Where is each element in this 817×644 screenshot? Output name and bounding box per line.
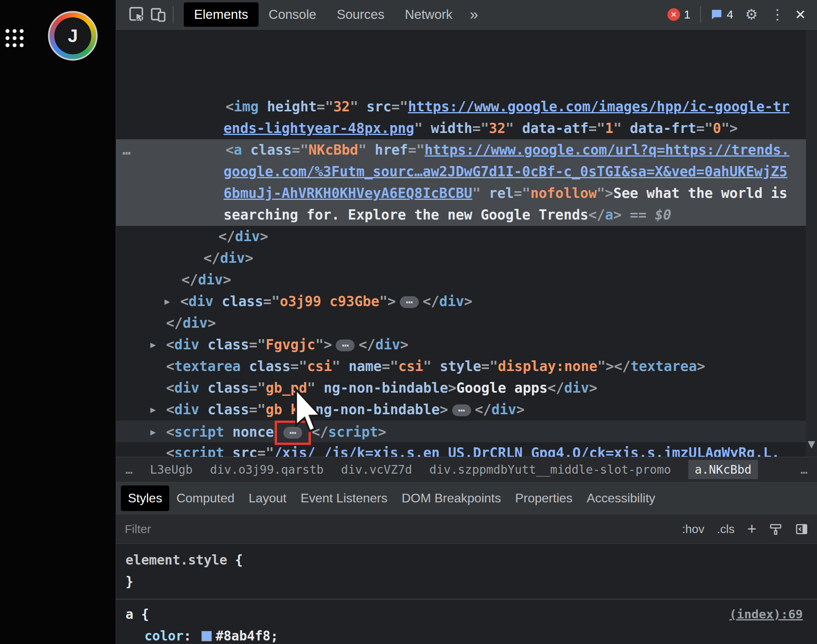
tab-properties[interactable]: Properties xyxy=(508,485,580,511)
code-token-p xyxy=(259,99,267,114)
code-token-val: Fgvgjc xyxy=(266,337,315,352)
dom-tree-line[interactable]: ends-lightyear-48px.png" width="32" data… xyxy=(116,118,817,139)
code-token-p: =" xyxy=(290,358,307,374)
dom-tree-line[interactable]: <div class="gb_pd" ng-non-bindable>Googl… xyxy=(116,377,817,399)
code-token-tag: textarea xyxy=(630,358,697,374)
close-devtools-icon[interactable]: ✕ xyxy=(791,7,812,22)
dom-tree-line[interactable]: <textarea class="csi" name="csi" style="… xyxy=(116,356,817,377)
tab-sources[interactable]: Sources xyxy=(327,2,395,27)
breadcrumb-item[interactable]: div.o3j99.qarstb xyxy=(210,463,323,476)
dom-tree-line[interactable]: <script src="/xjs/_/js/k=xjs.s.en_US.DrC… xyxy=(116,442,817,457)
expand-arrow-icon[interactable]: ▶ xyxy=(150,421,166,443)
code-token-p: </ xyxy=(588,207,605,223)
code-token-p: "></ xyxy=(597,358,630,374)
css-property-name[interactable]: color xyxy=(144,628,183,644)
dom-tree-line[interactable]: ▶<div class="o3j99 c93Gbe">⋯</div> xyxy=(116,291,817,312)
new-style-rule-button[interactable]: + xyxy=(747,520,756,538)
dom-tree-line[interactable]: <img height="32" src="https://www.google… xyxy=(116,96,817,118)
breadcrumb-item-active[interactable]: a.NKcBbd xyxy=(688,460,758,479)
more-tabs-button[interactable]: » xyxy=(463,6,485,23)
toggle-class-button[interactable]: .cls xyxy=(717,522,735,536)
breadcrumb-item[interactable]: … xyxy=(126,463,133,476)
account-avatar[interactable]: J xyxy=(48,11,98,61)
code-token-attr: ng-non-bindable xyxy=(323,380,448,396)
code-token-tag: div xyxy=(439,293,464,309)
breadcrumb-item[interactable]: L3eUgb xyxy=(150,463,192,476)
code-token-p: > xyxy=(400,337,408,352)
settings-gear-icon[interactable]: ⚙ xyxy=(739,6,764,23)
tab-layout[interactable]: Layout xyxy=(242,485,294,511)
dom-tree-line[interactable]: </div> xyxy=(116,269,817,291)
issues-badge[interactable]: 4 xyxy=(705,8,739,21)
css-property-value[interactable]: #8ab4f8 xyxy=(216,628,270,644)
dom-tree-line[interactable]: ▶<script nonce⋯</script> xyxy=(116,421,817,442)
code-token-p: =" xyxy=(514,185,530,201)
code-token-val: o3j99 c93Gbe xyxy=(280,293,379,309)
breadcrumb-item[interactable]: div.vcVZ7d xyxy=(341,463,412,476)
code-token-p: "> xyxy=(597,185,613,201)
code-token-attr: class xyxy=(207,380,249,396)
tab-network[interactable]: Network xyxy=(395,2,463,27)
dom-tree-line[interactable]: ▶<div class="gb k" ng-non-bindable>⋯</di… xyxy=(116,399,817,421)
gutter-ellipsis-icon: … xyxy=(122,139,131,161)
breadcrumb-overflow-icon[interactable]: … xyxy=(800,463,808,476)
dom-tree-line[interactable]: google.com/%3Futm_sourc…aw2JDwG7d1I-0cBf… xyxy=(116,161,817,183)
code-token-p: " xyxy=(414,120,431,136)
expand-arrow-icon[interactable]: ▶ xyxy=(165,291,180,312)
device-toolbar-toggle-button[interactable] xyxy=(148,4,169,25)
breadcrumb-item[interactable]: div.szppmdbYutt__middle-slot-promo xyxy=(429,463,671,476)
css-property-row[interactable]: color: #8ab4f8; xyxy=(116,625,817,644)
tab-styles[interactable]: Styles xyxy=(121,485,169,511)
toggle-hover-state-button[interactable]: :hov xyxy=(682,522,704,536)
tab-dom-breakpoints[interactable]: DOM Breakpoints xyxy=(394,485,508,511)
toolbar-right-cluster: ✕ 1 4 ⚙ ⋮ ✕ xyxy=(662,6,811,23)
code-token-attr: width xyxy=(431,120,472,136)
issues-count: 4 xyxy=(727,8,734,21)
tab-elements[interactable]: Elements xyxy=(184,2,259,27)
format-styles-icon[interactable] xyxy=(769,522,782,536)
inspect-element-button[interactable] xyxy=(126,4,148,25)
collapsed-content-icon[interactable]: ⋯ xyxy=(283,427,302,439)
google-apps-grid-icon[interactable] xyxy=(6,29,24,47)
collapsed-content-icon[interactable]: ⋯ xyxy=(452,404,471,416)
expand-arrow-icon[interactable]: ▶ xyxy=(150,399,166,421)
anchor-selector[interactable]: a xyxy=(126,607,133,622)
code-token-meta: == $0 xyxy=(621,207,671,223)
toggle-sidebar-icon[interactable] xyxy=(795,522,808,536)
avatar-letter: J xyxy=(54,17,91,54)
dom-tree-line[interactable]: </div> xyxy=(116,247,817,269)
code-token-p: > xyxy=(378,424,386,440)
filter-actions: :hov .cls + xyxy=(682,520,808,538)
inline-style-rule[interactable]: element.style { xyxy=(116,549,817,571)
rule-source-link[interactable]: (index):69 xyxy=(729,603,803,625)
scrollbar-track[interactable] xyxy=(806,30,817,457)
code-token-tag: div xyxy=(174,380,199,396)
code-token-val: 1 xyxy=(605,120,613,136)
code-token-p: < xyxy=(166,358,174,374)
code-token-p: > xyxy=(260,229,268,244)
code-token-p: > xyxy=(207,315,216,331)
code-token-p: </ xyxy=(218,229,235,244)
tab-console[interactable]: Console xyxy=(259,2,327,27)
tab-accessibility[interactable]: Accessibility xyxy=(580,485,662,511)
dom-tree-line[interactable]: …<a class="NKcBbd" href="https://www.goo… xyxy=(116,139,817,161)
error-badge[interactable]: ✕ 1 xyxy=(662,8,696,21)
dom-tree-line[interactable]: </div> xyxy=(116,312,817,334)
dom-tree-line[interactable]: ▶<div class="Fgvgjc">⋯</div> xyxy=(116,334,817,356)
dom-tree-line[interactable]: 6bmuJj-AhVRKH0KHVeyA6EQ8IcBCBU" rel="nof… xyxy=(116,183,817,204)
scroll-down-arrow-icon[interactable]: ▼ xyxy=(806,434,817,455)
color-swatch[interactable] xyxy=(201,631,212,641)
toolbar-separator xyxy=(700,6,701,23)
code-token-p: < xyxy=(166,402,174,417)
code-token-p: </ xyxy=(547,380,564,396)
styles-filter-input[interactable]: Filter xyxy=(125,522,682,536)
tab-computed[interactable]: Computed xyxy=(169,485,242,511)
code-token-p: </ xyxy=(203,250,220,266)
tab-event-listeners[interactable]: Event Listeners xyxy=(294,485,395,511)
collapsed-content-icon[interactable]: ⋯ xyxy=(400,296,419,308)
dom-tree-line[interactable]: searching for. Explore the new Google Tr… xyxy=(116,204,817,226)
kebab-menu-icon[interactable]: ⋮ xyxy=(764,6,791,23)
expand-arrow-icon[interactable]: ▶ xyxy=(150,334,166,356)
collapsed-content-icon[interactable]: ⋯ xyxy=(336,340,355,351)
dom-tree-line[interactable]: </div> xyxy=(116,226,817,247)
